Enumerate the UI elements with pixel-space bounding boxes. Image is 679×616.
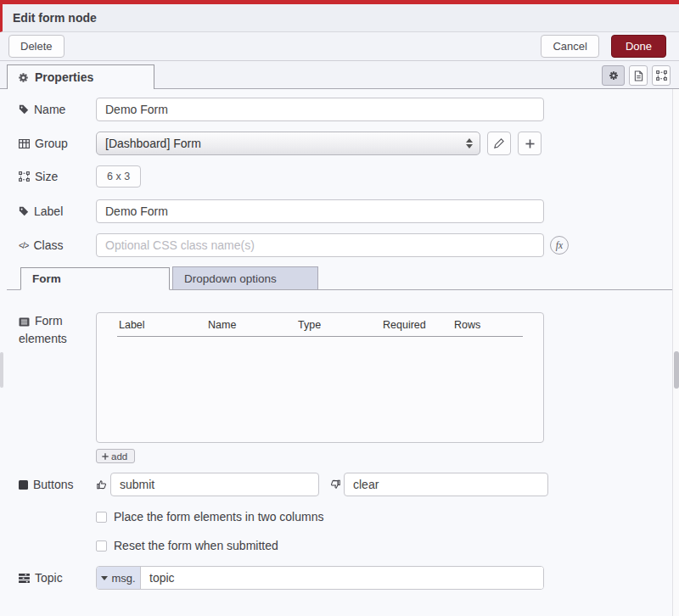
code-icon: </> [19,241,28,250]
form-elements-header: Label Name Type Required Rows [97,313,543,331]
column-type: Type [298,319,383,331]
vertical-scrollbar[interactable] [672,89,679,616]
size-row: Size 6 x 3 [19,165,679,188]
list-alt-icon [19,317,30,327]
scrollbar-thumb[interactable] [674,351,679,389]
buttons-label: Buttons [19,478,96,491]
size-label: Size [19,170,96,183]
add-element-label: add [111,451,127,462]
gear-icon [609,70,619,81]
pencil-icon [494,138,504,148]
size-label-text: Size [35,170,58,183]
topic-typed-input: msg. [96,566,544,590]
chevron-down-icon [101,576,108,580]
appearance-button[interactable] [652,65,671,86]
form-elements-table[interactable]: Label Name Type Required Rows [96,312,544,443]
plus-icon [525,139,535,148]
tab-properties[interactable]: Properties [7,64,154,89]
label-label-text: Label [34,204,63,218]
cancel-button[interactable]: Cancel [541,35,598,58]
buttons-row: Buttons [19,473,679,496]
name-row: Name [19,98,679,121]
two-columns-checkbox[interactable] [96,512,107,523]
object-group-icon [19,171,30,182]
size-button[interactable]: 6 x 3 [96,165,141,188]
group-row: Group [Dashboard] Form [19,132,679,155]
column-name: Name [208,319,298,331]
column-required: Required [383,319,454,331]
reset-form-checkbox[interactable] [96,540,107,552]
reset-form-option: Reset the form when submitted [96,539,679,552]
header-divider [117,336,523,337]
document-icon [634,70,643,81]
add-element-button[interactable]: add [96,449,135,463]
column-label: Label [119,319,208,331]
square-icon [19,480,28,490]
dialog-toolbar: Delete Cancel Done [0,32,679,61]
label-label: Label [19,204,96,218]
description-button[interactable] [629,65,648,86]
edit-group-button[interactable] [487,132,511,155]
two-columns-label: Place the form elements in two columns [114,510,323,524]
topic-type-button[interactable]: msg. [97,567,141,589]
editor-tab-icons [602,65,671,86]
clear-button-label-input[interactable] [344,473,548,496]
group-select[interactable]: [Dashboard] Form [96,132,480,155]
object-group-icon [656,70,667,81]
dialog-header: Edit form node [0,4,679,32]
class-input[interactable] [96,233,544,257]
form-elements-label: Form elements [19,312,96,443]
label-row: Label [19,199,679,223]
topic-prefix-label: msg. [111,572,135,585]
label-input[interactable] [96,199,544,223]
expression-button[interactable]: fx [550,236,569,255]
form-subtabs: Form Dropdown options [7,266,672,290]
two-columns-option: Place the form elements in two columns [96,510,679,524]
thumbs-up-icon [96,479,108,490]
name-input[interactable] [96,98,544,121]
class-label: </> Class [19,238,96,252]
group-label-text: Group [35,137,68,150]
thumbs-down-icon [329,479,341,490]
delete-button[interactable]: Delete [8,35,65,58]
table-icon [19,139,30,148]
dialog-title: Edit form node [13,11,97,25]
name-label: Name [19,103,96,116]
topic-label: Topic [19,571,96,585]
done-button[interactable]: Done [611,35,666,58]
topic-input[interactable] [141,567,543,589]
topic-row: Topic msg. [19,566,679,590]
tab-properties-label: Properties [35,70,93,84]
tag-icon [19,104,29,115]
buttons-label-text: Buttons [33,478,73,491]
tab-dropdown-options[interactable]: Dropdown options [172,266,318,289]
reset-form-label: Reset the form when submitted [114,539,278,552]
left-scrollbar-thumb[interactable] [0,352,3,388]
add-group-button[interactable] [518,132,542,155]
submit-button-label-input[interactable] [110,473,319,496]
form-elements-section: Form elements Label Name Type Required R… [19,312,679,443]
select-arrows-icon [466,138,473,148]
plus-icon [102,453,109,460]
class-label-text: Class [33,238,63,252]
properties-gear-button[interactable] [602,65,625,86]
gear-icon [18,72,29,83]
properties-form: Name Group [Dashboard] Form [0,89,679,590]
name-label-text: Name [34,103,65,116]
topic-label-text: Topic [35,571,63,585]
group-select-value: [Dashboard] Form [105,137,466,150]
tab-form[interactable]: Form [20,267,170,290]
group-label: Group [19,137,96,150]
tasks-icon [19,574,30,583]
column-rows: Rows [454,319,480,331]
class-row: </> Class fx [19,233,679,257]
editor-tabbar: Properties [0,61,679,89]
tag-icon [19,206,29,216]
